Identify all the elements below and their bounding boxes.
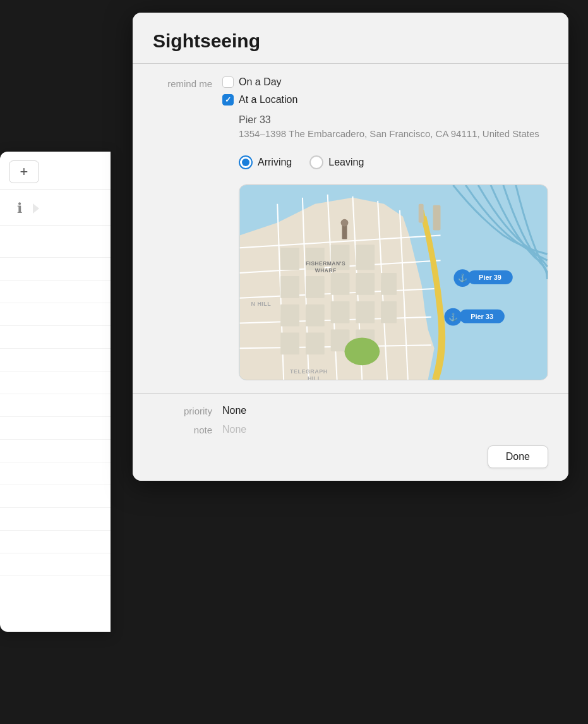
location-block: Pier 33 1354–1398 The Embarcadero, San F… — [239, 114, 548, 140]
svg-rect-27 — [280, 332, 299, 354]
svg-text:FISHERMAN'S: FISHERMAN'S — [306, 260, 345, 267]
svg-rect-16 — [356, 244, 375, 270]
svg-rect-18 — [306, 276, 325, 298]
note-value[interactable]: None — [222, 424, 246, 435]
remind-options: On a Day ✓ At a Location Pier 33 1354–13… — [222, 76, 548, 380]
svg-text:N HILL: N HILL — [251, 301, 271, 307]
at-a-location-label: At a Location — [239, 94, 297, 106]
at-a-location-checkbox[interactable]: ✓ — [222, 94, 234, 106]
sidebar-divider-2 — [0, 226, 111, 226]
list-item[interactable] — [0, 394, 111, 417]
list-item[interactable] — [0, 485, 111, 508]
svg-rect-28 — [306, 332, 325, 354]
on-a-day-checkbox[interactable] — [222, 76, 234, 88]
list-item[interactable] — [0, 417, 111, 440]
dialog-title: Sightseeing — [133, 13, 568, 63]
svg-rect-21 — [381, 273, 397, 295]
list-item[interactable] — [0, 371, 111, 394]
svg-text:⚓: ⚓ — [448, 312, 458, 322]
add-icon: + — [20, 164, 28, 180]
location-address: 1354–1398 The Embarcadero, San Francisco… — [239, 127, 548, 140]
arrival-leaving-row: Arriving Leaving — [239, 155, 548, 169]
list-item[interactable] — [0, 440, 111, 462]
arriving-radio-fill — [242, 159, 249, 166]
arriving-option[interactable]: Arriving — [239, 155, 292, 169]
map-svg: FISHERMAN'S WHARF N HILL TELEGRAPH HILL … — [239, 185, 548, 380]
checkbox-checkmark: ✓ — [225, 95, 231, 104]
sidebar-divider-1 — [0, 190, 111, 190]
svg-rect-32 — [433, 205, 441, 231]
info-button[interactable]: ℹ — [9, 198, 30, 219]
remind-me-label: remind me — [153, 76, 222, 89]
svg-rect-13 — [280, 248, 299, 270]
priority-value[interactable]: None — [222, 405, 246, 416]
svg-text:Pier 33: Pier 33 — [471, 313, 493, 320]
svg-text:WHARF: WHARF — [315, 267, 337, 274]
remind-me-row: remind me On a Day ✓ At a Location — [153, 76, 548, 380]
dialog-bottom: priority None note None Done — [133, 393, 568, 481]
svg-rect-24 — [331, 301, 350, 323]
list-item[interactable] — [0, 531, 111, 553]
svg-text:HILL: HILL — [308, 375, 321, 380]
svg-point-35 — [341, 219, 349, 227]
list-item[interactable] — [0, 258, 111, 281]
location-name: Pier 33 — [239, 114, 548, 126]
on-a-day-label: On a Day — [239, 76, 282, 88]
map-container[interactable]: FISHERMAN'S WHARF N HILL TELEGRAPH HILL … — [239, 184, 548, 380]
list-item[interactable] — [0, 281, 111, 303]
svg-point-31 — [345, 337, 380, 365]
svg-rect-22 — [280, 305, 299, 327]
done-row: Done — [153, 445, 548, 468]
svg-rect-17 — [280, 276, 299, 298]
priority-row: priority None — [153, 405, 548, 416]
list-item[interactable] — [0, 508, 111, 531]
on-a-day-row: On a Day — [222, 76, 548, 88]
svg-text:⚓: ⚓ — [458, 273, 467, 282]
list-item[interactable] — [0, 235, 111, 258]
arriving-radio[interactable] — [239, 155, 253, 169]
list-item[interactable] — [0, 349, 111, 371]
add-button[interactable]: + — [9, 160, 39, 183]
list-item[interactable] — [0, 553, 111, 576]
list-item[interactable] — [0, 326, 111, 349]
svg-rect-20 — [356, 273, 375, 295]
priority-label: priority — [153, 406, 222, 416]
list-item[interactable] — [0, 303, 111, 326]
reminder-dialog: Sightseeing remind me On a Day ✓ At a Lo… — [133, 13, 568, 481]
leaving-radio[interactable] — [309, 155, 323, 169]
sidebar: + ℹ — [0, 152, 111, 632]
info-icon: ℹ — [17, 200, 22, 217]
svg-text:TELEGRAPH: TELEGRAPH — [290, 368, 328, 375]
svg-rect-19 — [331, 273, 350, 295]
at-a-location-row: ✓ At a Location — [222, 94, 548, 106]
done-button[interactable]: Done — [488, 445, 548, 468]
note-row: note None — [153, 424, 548, 435]
svg-rect-23 — [306, 305, 325, 327]
svg-rect-25 — [356, 301, 375, 323]
svg-rect-26 — [381, 301, 397, 323]
arriving-label: Arriving — [258, 157, 292, 168]
list-item[interactable] — [0, 462, 111, 485]
dialog-body: remind me On a Day ✓ At a Location — [133, 64, 568, 393]
svg-rect-33 — [419, 204, 424, 223]
leaving-label: Leaving — [328, 157, 364, 168]
leaving-option[interactable]: Leaving — [309, 155, 364, 169]
svg-text:Pier 39: Pier 39 — [479, 274, 501, 281]
note-label: note — [153, 425, 222, 435]
sidebar-list — [0, 232, 111, 579]
